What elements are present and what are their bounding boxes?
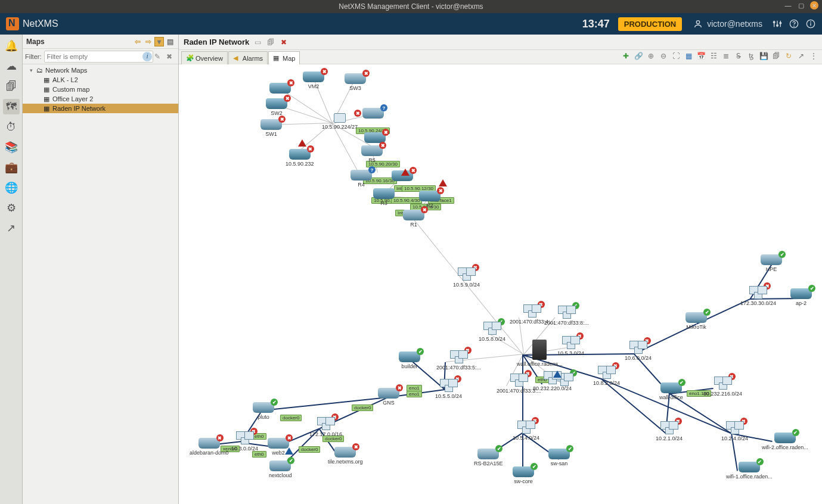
map-node[interactable]: ✖10.5.90.224/27 bbox=[322, 113, 358, 130]
map-node[interactable]: ✖ bbox=[269, 83, 291, 94]
map-node[interactable]: ✖10.5.4.0/24 bbox=[513, 421, 539, 441]
zoom-in-icon[interactable]: ⊕ bbox=[646, 51, 656, 61]
list-icon[interactable]: ≣ bbox=[721, 51, 731, 61]
map-node[interactable]: ✔2001:470:df33:8:... bbox=[544, 306, 589, 326]
map-node[interactable]: ✖GNS bbox=[378, 388, 399, 406]
interface-tag[interactable]: eth0 bbox=[252, 451, 266, 458]
map-node[interactable]: ✖2001:470:df33:5:... bbox=[436, 350, 481, 371]
map-node[interactable]: ✖R2 bbox=[419, 191, 441, 209]
map-node[interactable]: ✖tile.netxms.org bbox=[328, 447, 363, 465]
map-node[interactable]: ✔HPE bbox=[761, 254, 782, 272]
rail-export-icon[interactable]: ↗ bbox=[3, 220, 20, 236]
rail-toolbox-icon[interactable]: 💼 bbox=[3, 160, 20, 175]
view-restore-icon[interactable]: ▭ bbox=[253, 38, 262, 47]
rail-library-icon[interactable]: 📚 bbox=[3, 139, 20, 155]
map-node[interactable]: ✖10.6.0.0/24 bbox=[625, 341, 652, 361]
window-max-icon[interactable]: ▢ bbox=[797, 1, 805, 10]
map-node[interactable]: ✖10.5.9.0/24 bbox=[453, 267, 480, 288]
map-node[interactable]: ✖10.3.0.0/24 bbox=[231, 431, 258, 452]
nav-back-icon[interactable]: ⇦ bbox=[133, 37, 142, 46]
zoom-fit-icon[interactable]: ⛶ bbox=[671, 51, 681, 61]
nav-fwd-icon[interactable]: ⇨ bbox=[144, 37, 153, 46]
tree-item[interactable]: ▦Custom map bbox=[23, 85, 178, 94]
strike-icon[interactable]: S̶ bbox=[734, 51, 743, 61]
text-icon[interactable]: ꜩ bbox=[746, 51, 756, 61]
tab-overview[interactable]: 🧩Overview bbox=[181, 51, 228, 64]
tab-alarms[interactable]: ◀Alarms bbox=[228, 51, 268, 64]
map-node[interactable]: ✔sw-san bbox=[548, 449, 570, 466]
refresh-icon[interactable]: ↻ bbox=[784, 51, 793, 61]
save-icon[interactable]: 💾 bbox=[759, 51, 768, 61]
user-menu[interactable]: victor@netxms bbox=[693, 18, 762, 29]
window-close-icon[interactable]: × bbox=[810, 1, 818, 10]
interface-tag[interactable]: docker0 bbox=[299, 446, 320, 453]
map-node[interactable]: ✔wifi-1.office.raden... bbox=[726, 462, 773, 480]
map-node[interactable]: ✖80.232.216.0/24 bbox=[703, 377, 742, 397]
map-node[interactable]: ✖10.5.90.232 bbox=[286, 149, 314, 167]
link-icon[interactable]: 🔗 bbox=[634, 51, 643, 61]
tree-item-selected[interactable]: ▦Raden IP Network bbox=[23, 104, 178, 113]
map-node[interactable]: ✔wifi-2.office.raden... bbox=[762, 433, 808, 450]
map-node[interactable]: ✔builder bbox=[399, 351, 420, 369]
map-node[interactable]: ✖172.17.0.0/16 bbox=[309, 417, 342, 437]
map-canvas[interactable]: 10.5.90.24/3010.5.90.20/3010.5.90.16/30I… bbox=[179, 64, 822, 504]
map-node[interactable]: ✖SW2 bbox=[266, 98, 287, 116]
map-node[interactable]: ✖172.30.30.0/24 bbox=[740, 286, 776, 306]
calendar-icon[interactable]: 📅 bbox=[696, 51, 706, 61]
rail-dashboard-icon[interactable]: ⏱ bbox=[3, 119, 20, 135]
settings-sliders-icon[interactable] bbox=[772, 18, 783, 29]
tab-map[interactable]: ▦Map bbox=[268, 51, 300, 64]
grid-icon[interactable]: ▦ bbox=[684, 51, 693, 61]
map-node[interactable]: ✔ap-2 bbox=[790, 288, 812, 306]
copy-icon[interactable]: 🗐 bbox=[771, 51, 781, 61]
interface-tag[interactable]: docker0 bbox=[280, 415, 302, 421]
map-node[interactable]: ? bbox=[362, 108, 384, 119]
interface-tag[interactable]: docker0 bbox=[352, 405, 373, 411]
map-node[interactable]: 80.232.220.0/24 bbox=[533, 371, 572, 391]
map-node[interactable]: R3 bbox=[373, 188, 395, 206]
map-node[interactable]: ✔MikroTik bbox=[685, 312, 707, 330]
rail-gear-icon[interactable]: ⚙ bbox=[3, 200, 20, 216]
tree-root[interactable]: ▾ 🗂 Network Maps bbox=[23, 66, 178, 75]
tree-item[interactable]: ▦Office Layer 2 bbox=[23, 94, 178, 104]
map-node[interactable]: ✖R1 bbox=[403, 210, 424, 228]
window-min-icon[interactable]: — bbox=[784, 1, 792, 10]
interface-tag[interactable]: 10.5.90.4/30 bbox=[391, 197, 422, 204]
map-node[interactable]: ✔nextcloud bbox=[269, 461, 292, 478]
map-node[interactable]: ✖10.8.2.0/24 bbox=[593, 366, 620, 386]
map-node[interactable]: ✖VM2 bbox=[303, 71, 324, 89]
collapse-icon[interactable]: ▾ bbox=[27, 67, 35, 73]
help-icon[interactable] bbox=[789, 18, 799, 29]
tree-item[interactable]: ▦ALK - L2 bbox=[23, 75, 178, 85]
map-node[interactable]: ✔pluto bbox=[253, 402, 274, 420]
map-node[interactable]: ✔sw-core bbox=[513, 466, 534, 484]
map-node[interactable]: ?R4 bbox=[350, 170, 372, 188]
rail-alarms-icon[interactable]: 🔔 bbox=[3, 38, 20, 54]
more-icon[interactable]: ⋮ bbox=[809, 51, 818, 61]
map-node[interactable]: ✖aldebaran-dom0 bbox=[190, 438, 229, 456]
info-icon[interactable] bbox=[805, 18, 816, 29]
filter-reset-icon[interactable]: ✖ bbox=[166, 52, 176, 61]
map-node[interactable]: ✖SW3 bbox=[345, 73, 366, 91]
zoom-out-icon[interactable]: ⊖ bbox=[659, 51, 668, 61]
rail-cloud-icon[interactable]: ☁ bbox=[3, 58, 20, 74]
map-node[interactable]: ✔wall-office bbox=[659, 382, 683, 400]
map-node[interactable]: ✖R5 bbox=[361, 145, 383, 163]
map-node[interactable]: ✖10.2.1.0/24 bbox=[656, 421, 683, 441]
map-node[interactable]: ✔RS-B2A15E bbox=[474, 449, 503, 466]
layers-icon[interactable]: ☷ bbox=[709, 51, 718, 61]
rail-maps-icon[interactable]: 🗺 bbox=[3, 99, 20, 114]
filter-clear-icon[interactable]: ✎ bbox=[154, 52, 164, 61]
add-icon[interactable]: ✚ bbox=[621, 51, 631, 61]
view-detach-icon[interactable]: 🗐 bbox=[266, 38, 275, 47]
map-node[interactable]: ✖10.2.4.0/24 bbox=[721, 421, 748, 441]
map-node[interactable]: ✔10.5.8.0/24 bbox=[479, 322, 505, 342]
rail-globe-icon[interactable]: 🌐 bbox=[3, 180, 20, 195]
panel-menu-icon[interactable]: ▤ bbox=[165, 37, 175, 46]
interface-tag[interactable]: eno1 bbox=[407, 391, 422, 397]
rail-copy-icon[interactable]: 🗐 bbox=[3, 79, 20, 94]
filter-toggle-icon[interactable]: ▾ bbox=[154, 37, 164, 46]
map-node[interactable]: ✖SW1 bbox=[260, 119, 282, 137]
map-node[interactable]: wall.office.radens... bbox=[517, 340, 563, 367]
popout-icon[interactable]: ↗ bbox=[796, 51, 806, 61]
